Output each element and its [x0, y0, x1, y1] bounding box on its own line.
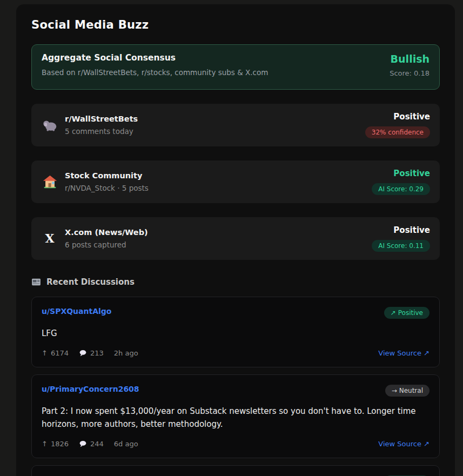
username-link[interactable]: u/PrimaryConcern2608	[42, 385, 139, 393]
upvote-count: 1826	[51, 440, 69, 448]
post-footer: ↑ 1826 244 6d ago View Source ↗	[42, 440, 430, 448]
discussion-card: u/SPXQuantAlgo ↗ Positive LFG ↑ 6174 2	[31, 297, 440, 367]
username-link[interactable]: u/SPXQuantAlgo	[42, 307, 111, 316]
comment-count: 213	[90, 349, 104, 357]
recent-discussions-title: Recent Discussions	[46, 277, 135, 287]
social-media-buzz-panel: Social Media Buzz Aggregate Social Conse…	[16, 4, 455, 476]
view-source-link[interactable]: View Source ↗	[378, 349, 430, 357]
ai-score-badge: AI Score: 0.29	[372, 183, 430, 195]
upvote-stat: ↑ 1826	[42, 440, 69, 448]
confidence-badge: 32% confidence	[365, 126, 430, 138]
source-right: Positive AI Score: 0.11	[372, 225, 430, 252]
aggregate-left: Aggregate Social Consensus Based on r/Wa…	[42, 53, 268, 77]
aggregate-subtitle: Based on r/WallStreetBets, r/stocks, com…	[42, 68, 268, 77]
source-info: X.com (News/Web) 6 posts captured	[65, 228, 148, 249]
post-text: LFG	[42, 327, 430, 340]
post-age: 2h ago	[114, 349, 138, 357]
source-sentiment: Positive	[365, 112, 430, 122]
page-title: Social Media Buzz	[31, 18, 440, 31]
post-header: u/PrimaryConcern2608 → Neutral	[42, 385, 430, 397]
aggregate-consensus-card: Aggregate Social Consensus Based on r/Wa…	[31, 44, 440, 90]
upvote-count: 6174	[51, 349, 69, 357]
ai-score-badge: AI Score: 0.11	[372, 240, 430, 252]
source-name: X.com (News/Web)	[65, 228, 148, 237]
upvote-arrow-icon: ↑	[42, 349, 48, 357]
source-right: Positive AI Score: 0.29	[372, 169, 430, 195]
post-age: 6d ago	[114, 440, 138, 448]
newspaper-icon	[31, 277, 41, 287]
house-icon	[41, 175, 58, 189]
comment-bubble-icon	[79, 349, 87, 357]
source-name: r/WallStreetBets	[65, 115, 138, 123]
discussion-card: u/Wade12323 ↗ Positive Selling options i…	[31, 465, 440, 476]
source-info: r/WallStreetBets 5 comments today	[65, 115, 138, 136]
comment-stat: 213	[79, 349, 104, 357]
post-footer: ↑ 6174 213 2h ago View Source ↗	[42, 349, 430, 357]
recent-discussions-header: Recent Discussions	[31, 277, 440, 287]
sentiment-badge: ↗ Positive	[384, 307, 430, 319]
post-header: u/SPXQuantAlgo ↗ Positive	[42, 307, 430, 319]
comment-count: 244	[90, 440, 104, 448]
aggregate-right: Bullish Score: 0.18	[390, 53, 430, 77]
source-sentiment: Positive	[372, 169, 430, 178]
post-stats: ↑ 1826 244 6d ago	[42, 440, 138, 448]
post-stats: ↑ 6174 213 2h ago	[42, 349, 138, 357]
x-logo-icon: X	[41, 232, 58, 246]
aggregate-sentiment: Bullish	[390, 53, 430, 65]
sentiment-badge: → Neutral	[385, 385, 430, 397]
aggregate-title: Aggregate Social Consensus	[42, 53, 268, 63]
source-name: Stock Community	[65, 171, 149, 180]
source-detail: r/NVDA_Stock · 5 posts	[65, 184, 149, 192]
source-detail: 5 comments today	[65, 127, 138, 136]
upvote-arrow-icon: ↑	[42, 440, 48, 448]
source-card-xcom[interactable]: X X.com (News/Web) 6 posts captured Posi…	[31, 217, 440, 260]
gorilla-icon	[41, 118, 58, 132]
source-card-stock-community[interactable]: Stock Community r/NVDA_Stock · 5 posts P…	[31, 160, 440, 203]
source-info: Stock Community r/NVDA_Stock · 5 posts	[65, 171, 149, 192]
source-sentiment: Positive	[372, 225, 430, 235]
source-card-wallstreetbets[interactable]: r/WallStreetBets 5 comments today Positi…	[31, 104, 440, 146]
post-text: Part 2: I now spent $13,000/year on Subs…	[42, 405, 430, 431]
svg-text:X: X	[45, 232, 54, 245]
upvote-stat: ↑ 6174	[42, 349, 69, 357]
comment-stat: 244	[79, 440, 104, 448]
discussion-card: u/PrimaryConcern2608 → Neutral Part 2: I…	[31, 374, 440, 458]
view-source-link[interactable]: View Source ↗	[378, 440, 430, 448]
source-detail: 6 posts captured	[65, 240, 148, 249]
comment-bubble-icon	[79, 440, 87, 448]
source-right: Positive 32% confidence	[365, 112, 430, 138]
aggregate-score: Score: 0.18	[390, 69, 430, 77]
